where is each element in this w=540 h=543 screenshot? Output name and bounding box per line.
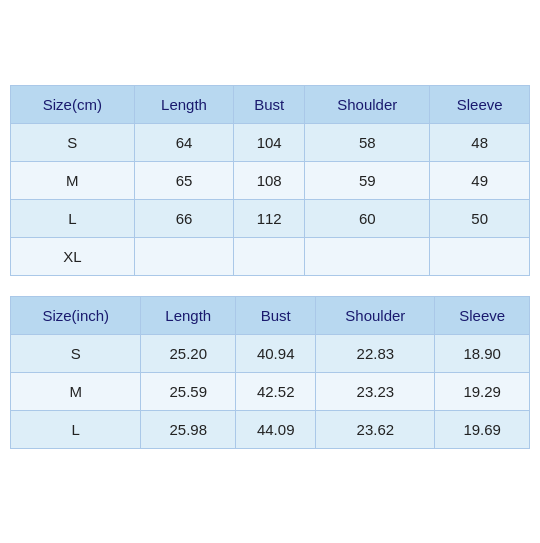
- inch-col-length: Length: [141, 296, 236, 334]
- cm-header-row: Size(cm) Length Bust Shoulder Sleeve: [11, 85, 530, 123]
- table-cell: 23.23: [316, 372, 435, 410]
- size-cm-table: Size(cm) Length Bust Shoulder Sleeve S64…: [10, 85, 530, 276]
- table-cell: [305, 237, 430, 275]
- table-cell: 19.69: [435, 410, 530, 448]
- table-cell: 25.98: [141, 410, 236, 448]
- table-cell: 108: [234, 161, 305, 199]
- table-cell: 48: [430, 123, 530, 161]
- table-row: M25.5942.5223.2319.29: [11, 372, 530, 410]
- table-row: L661126050: [11, 199, 530, 237]
- table-cell: 44.09: [236, 410, 316, 448]
- table-cell: 66: [134, 199, 234, 237]
- cm-col-bust: Bust: [234, 85, 305, 123]
- table-cell: XL: [11, 237, 135, 275]
- table-row: XL: [11, 237, 530, 275]
- table-cell: 59: [305, 161, 430, 199]
- table-cell: M: [11, 372, 141, 410]
- table-cell: 58: [305, 123, 430, 161]
- table-cell: 22.83: [316, 334, 435, 372]
- inch-col-size: Size(inch): [11, 296, 141, 334]
- table-spacer: [10, 286, 530, 296]
- inch-col-shoulder: Shoulder: [316, 296, 435, 334]
- inch-col-sleeve: Sleeve: [435, 296, 530, 334]
- table-cell: S: [11, 334, 141, 372]
- table-cell: 65: [134, 161, 234, 199]
- table-cell: L: [11, 410, 141, 448]
- tables-wrapper: Size(cm) Length Bust Shoulder Sleeve S64…: [10, 85, 530, 459]
- table-cell: 49: [430, 161, 530, 199]
- cm-col-shoulder: Shoulder: [305, 85, 430, 123]
- table-row: S25.2040.9422.8318.90: [11, 334, 530, 372]
- table-row: L25.9844.0923.6219.69: [11, 410, 530, 448]
- table-cell: 112: [234, 199, 305, 237]
- table-cell: 50: [430, 199, 530, 237]
- cm-col-length: Length: [134, 85, 234, 123]
- table-cell: [234, 237, 305, 275]
- table-cell: 23.62: [316, 410, 435, 448]
- table-cell: 104: [234, 123, 305, 161]
- table-row: M651085949: [11, 161, 530, 199]
- table-cell: 19.29: [435, 372, 530, 410]
- table-cell: 42.52: [236, 372, 316, 410]
- cm-col-sleeve: Sleeve: [430, 85, 530, 123]
- table-cell: 60: [305, 199, 430, 237]
- table-cell: L: [11, 199, 135, 237]
- table-cell: 40.94: [236, 334, 316, 372]
- table-cell: [430, 237, 530, 275]
- table-cell: 64: [134, 123, 234, 161]
- inch-header-row: Size(inch) Length Bust Shoulder Sleeve: [11, 296, 530, 334]
- table-row: S641045848: [11, 123, 530, 161]
- table-cell: M: [11, 161, 135, 199]
- table-cell: S: [11, 123, 135, 161]
- size-inch-table: Size(inch) Length Bust Shoulder Sleeve S…: [10, 296, 530, 449]
- table-cell: 25.59: [141, 372, 236, 410]
- inch-col-bust: Bust: [236, 296, 316, 334]
- cm-col-size: Size(cm): [11, 85, 135, 123]
- table-cell: 25.20: [141, 334, 236, 372]
- table-cell: [134, 237, 234, 275]
- table-cell: 18.90: [435, 334, 530, 372]
